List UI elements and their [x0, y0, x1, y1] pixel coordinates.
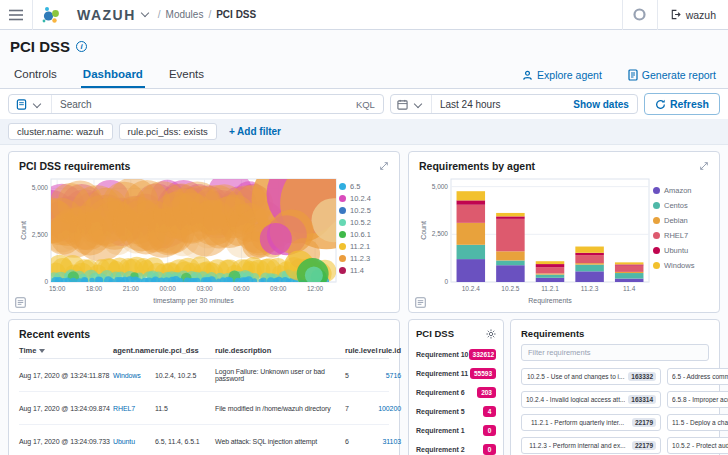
filter-pill[interactable]: cluster.name: wazuh: [8, 123, 113, 140]
breadcrumb-modules[interactable]: Modules: [166, 9, 204, 20]
generate-report-button[interactable]: Generate report: [628, 69, 716, 81]
table-row[interactable]: Aug 17, 2020 @ 13:24:09.874RHEL711.5File…: [19, 392, 389, 425]
legend-toggle-icon[interactable]: [415, 297, 426, 308]
legend-label: 10.5.2: [350, 218, 371, 227]
requirement-chip[interactable]: 10.2.4 - Invalid logical access att...16…: [521, 391, 661, 408]
cell-agent-link[interactable]: Windows: [113, 372, 153, 379]
legend-label: 11.2.1: [350, 242, 370, 251]
sort-desc-icon: [39, 349, 45, 353]
gear-icon[interactable]: [486, 329, 496, 339]
column-header-agent-name[interactable]: agent.name: [113, 346, 153, 355]
panel-pci-dss-requirements: PCI DSS requirements 02,5005,00015:0018:…: [8, 151, 400, 313]
requirement-chip[interactable]: 10.2.5 - Use of and changes to i...16333…: [521, 368, 661, 385]
requirement-chip-label: 10.2.4 - Invalid logical access att...: [526, 396, 625, 403]
cell-level: 5: [345, 372, 371, 379]
column-header-rule-id[interactable]: rule.id: [373, 346, 401, 355]
legend-item[interactable]: 10.5.2: [339, 218, 387, 227]
legend-item[interactable]: 11.4: [339, 266, 387, 275]
requirement-chip-label: 11.5 - Deploy a change detectio...: [672, 419, 728, 426]
saved-query-menu-button[interactable]: [9, 95, 52, 113]
tab-controls[interactable]: Controls: [12, 61, 59, 88]
table-row[interactable]: Aug 17, 2020 @ 13:24:09.733Ubuntu6.5, 11…: [19, 425, 389, 455]
requirement-label: Requirement 11: [416, 370, 468, 377]
refresh-button[interactable]: Refresh: [644, 93, 720, 115]
legend-item[interactable]: Debian: [653, 216, 707, 225]
info-icon[interactable]: i: [76, 41, 87, 52]
logout-user-button[interactable]: wazuh: [658, 0, 728, 30]
cell-agent-link[interactable]: RHEL7: [113, 405, 153, 412]
bubble-chart[interactable]: 02,5005,00015:0018:0021:0000:0003:0006:0…: [19, 174, 339, 306]
stacked-bar-chart[interactable]: 10.2.410.2.511.2.111.2.311.402,5005,000R…: [419, 174, 653, 306]
tab-events[interactable]: Events: [167, 61, 206, 88]
svg-text:00:00: 00:00: [160, 285, 177, 292]
legend-item[interactable]: 11.2.1: [339, 242, 387, 251]
column-header-rule-level[interactable]: rule.level: [345, 346, 371, 355]
legend-item[interactable]: 10.6.1: [339, 230, 387, 239]
health-status-icon[interactable]: [623, 0, 657, 30]
time-range-value[interactable]: Last 24 hours: [432, 99, 565, 110]
requirement-chip[interactable]: 11.2.1 - Perform quarterly inter...22179: [521, 414, 661, 431]
legend-item[interactable]: 10.2.5: [339, 206, 387, 215]
cell-description: File modified in /home/wazuh directory: [215, 405, 343, 412]
search-input[interactable]: [52, 99, 348, 110]
column-header-time[interactable]: Time: [19, 346, 111, 355]
add-filter-button[interactable]: + Add filter: [223, 124, 287, 139]
svg-text:11.4: 11.4: [623, 285, 636, 292]
wazuh-logo-icon[interactable]: [33, 0, 69, 30]
requirement-chip[interactable]: 11.2.3 - Perform internal and ex...22179: [521, 437, 661, 454]
requirement-row[interactable]: Requirement 54: [416, 402, 496, 421]
count-badge: 55593: [470, 368, 496, 379]
cell-rule-id-link[interactable]: 5716: [373, 372, 401, 379]
legend-label: 11.2.3: [350, 254, 370, 263]
column-header-rule-pci_dss[interactable]: rule.pci_dss: [155, 346, 213, 355]
legend-item[interactable]: Centos: [653, 201, 707, 210]
legend-color-dot: [339, 195, 346, 202]
tab-dashboard[interactable]: Dashboard: [81, 61, 145, 88]
legend-item[interactable]: Ubuntu: [653, 246, 707, 255]
cell-rule-id-link[interactable]: 31103: [373, 438, 401, 445]
requirement-label: Requirement 2: [416, 446, 465, 453]
wazuh-wordmark-menu[interactable]: WAZUH: [69, 7, 152, 23]
requirement-chip[interactable]: 11.5 - Deploy a change detectio...28: [667, 414, 728, 431]
filter-pill[interactable]: rule.pci_dss: exists: [119, 123, 217, 140]
requirement-row[interactable]: Requirement 6203: [416, 383, 496, 402]
legend-item[interactable]: 10.2.4: [339, 194, 387, 203]
show-dates-link[interactable]: Show dates: [565, 99, 637, 110]
legend-color-dot: [339, 183, 346, 190]
legend-item[interactable]: 6.5: [339, 182, 387, 191]
requirement-row[interactable]: Requirement 20: [416, 440, 496, 455]
cell-rule-id-link[interactable]: 100200: [373, 405, 401, 412]
filter-requirements-input[interactable]: [521, 344, 709, 361]
requirement-row[interactable]: Requirement 10332612: [416, 345, 496, 364]
svg-text:5,000: 5,000: [32, 184, 49, 191]
requirement-chip-label: 11.2.3 - Perform internal and ex...: [526, 442, 629, 449]
legend-item[interactable]: RHEL7: [653, 231, 707, 240]
requirement-chip-count: 163314: [628, 395, 656, 404]
requirement-chip[interactable]: 6.5.8 - Improper access control ...29: [667, 391, 728, 408]
expand-icon[interactable]: [379, 161, 389, 171]
query-icon: [16, 99, 27, 110]
count-badge: 332612: [469, 349, 496, 360]
hamburger-menu-icon[interactable]: [0, 0, 32, 30]
requirement-chip[interactable]: 10.5.2 - Protect audit trail files fr...…: [667, 437, 728, 454]
kql-toggle[interactable]: KQL: [348, 99, 383, 110]
legend-toggle-icon[interactable]: [15, 297, 26, 308]
cell-agent-link[interactable]: Ubuntu: [113, 438, 153, 445]
svg-text:10.2.4: 10.2.4: [462, 285, 480, 292]
panel-title: PCI DSS: [416, 328, 454, 339]
requirement-row[interactable]: Requirement 1155593: [416, 364, 496, 383]
requirement-chip[interactable]: 6.5 - Address common coding ...174: [667, 368, 728, 385]
legend-item[interactable]: Amazon: [653, 186, 707, 195]
table-row[interactable]: Aug 17, 2020 @ 13:24:11.878Windows10.2.4…: [19, 359, 389, 392]
legend-item[interactable]: 11.2.3: [339, 254, 387, 263]
cell-pci-dss: 6.5, 11.4, 6.5.1: [155, 438, 213, 445]
panel-title: Requirements by agent: [419, 160, 535, 172]
legend-color-dot: [339, 231, 346, 238]
legend-item[interactable]: Windows: [653, 261, 707, 270]
explore-agent-button[interactable]: Explore agent: [522, 69, 602, 81]
expand-icon[interactable]: [699, 161, 709, 171]
date-picker-menu-button[interactable]: [391, 95, 432, 113]
column-header-rule-description[interactable]: rule.description: [215, 346, 343, 355]
requirement-row[interactable]: Requirement 10: [416, 421, 496, 440]
filter-bar: cluster.name: wazuhrule.pci_dss: exists …: [0, 119, 728, 145]
